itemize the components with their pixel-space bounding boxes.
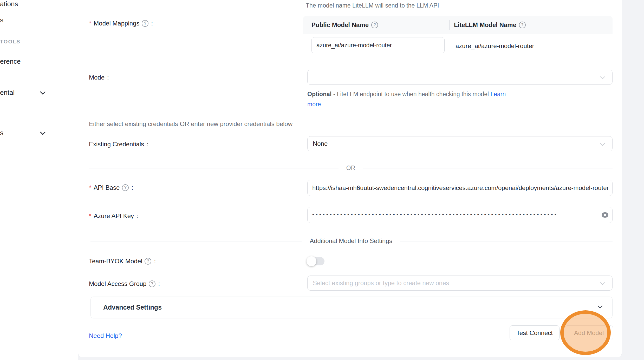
azure-api-key-label: * Azure API Key : <box>89 212 138 220</box>
or-divider-line <box>363 168 613 168</box>
model-mappings-label: * Model Mappings ? : <box>89 19 153 27</box>
sidebar-item-settings[interactable]: s <box>0 129 3 137</box>
model-access-group-placeholder: Select existing groups or type to create… <box>308 276 612 290</box>
team-byok-label: Team-BYOK Model ? : <box>89 257 156 265</box>
sidebar-item-label: s <box>0 16 3 24</box>
credentials-note: Either select existing credentials OR en… <box>89 120 292 128</box>
sidebar-item-models[interactable]: s <box>0 16 3 24</box>
add-model-page: ations s TOOLS erence ental s The model … <box>0 0 644 360</box>
sidebar-section-tools: TOOLS <box>0 39 21 45</box>
info-divider-line <box>400 241 613 241</box>
sidebar: ations s TOOLS erence ental s <box>0 0 78 360</box>
or-divider-label: OR <box>339 165 363 172</box>
sidebar-item-experimental[interactable]: ental <box>0 89 15 97</box>
column-header-public-model-name: Public Model Name ? <box>311 16 378 34</box>
test-connect-button[interactable]: Test Connect <box>510 325 560 340</box>
litellm-model-name-value: azure_ai/azure-model-router <box>456 34 534 58</box>
mode-select[interactable] <box>307 70 613 85</box>
or-divider-line <box>89 168 339 168</box>
model-mappings-table: Public Model Name ? LiteLLM Model Name ?… <box>303 16 613 58</box>
advanced-settings-title: Advanced Settings <box>103 304 162 311</box>
chevron-down-icon[interactable] <box>40 89 45 95</box>
sidebar-item-label: s <box>0 129 3 137</box>
learn-more-link[interactable]: Learn <box>490 91 506 97</box>
info-divider-label: Additional Model Info Settings <box>302 237 400 245</box>
mode-select-value <box>308 70 612 84</box>
column-divider <box>449 20 450 30</box>
mode-label: Mode: <box>89 74 109 81</box>
api-base-input[interactable] <box>308 180 612 196</box>
sidebar-item-inference[interactable]: erence <box>0 57 21 66</box>
api-base-label: * API Base ? : <box>89 184 133 192</box>
help-icon[interactable]: ? <box>145 258 151 265</box>
public-model-name-input[interactable] <box>311 37 445 53</box>
required-marker: * <box>89 20 91 27</box>
help-icon[interactable]: ? <box>122 184 129 191</box>
model-access-group-label: Model Access Group ? : <box>89 280 160 288</box>
help-icon[interactable]: ? <box>371 22 378 28</box>
model-name-hint: The model name LiteLLM will send to the … <box>306 2 439 9</box>
eye-icon[interactable] <box>601 212 609 218</box>
required-marker: * <box>89 184 91 191</box>
existing-credentials-label: Existing Credentials: <box>89 140 148 148</box>
help-icon[interactable]: ? <box>519 22 526 28</box>
advanced-settings-panel[interactable]: Advanced Settings <box>90 297 613 318</box>
team-byok-toggle[interactable] <box>307 257 324 265</box>
chevron-down-icon[interactable] <box>40 129 45 135</box>
info-divider-line <box>90 241 302 241</box>
sidebar-item-label: erence <box>0 57 21 65</box>
sidebar-item-organizations[interactable]: ations <box>0 0 18 8</box>
chevron-down-icon <box>597 303 603 309</box>
learn-more-link[interactable]: more <box>307 101 321 108</box>
table-row: azure_ai/azure-model-router <box>303 34 613 58</box>
sidebar-item-label: ental <box>0 89 15 96</box>
existing-credentials-select[interactable]: None <box>307 136 613 151</box>
mode-hint-line1: Optional - LiteLLM endpoint to use when … <box>307 91 506 98</box>
help-icon[interactable]: ? <box>142 20 148 27</box>
need-help-link[interactable]: Need Help? <box>89 332 122 339</box>
toggle-knob <box>307 256 316 266</box>
sidebar-item-label: ations <box>0 0 18 8</box>
masked-api-key: ••••••••••••••••••••••••••••••••••••••••… <box>312 212 593 218</box>
add-model-button[interactable]: Add Model <box>565 325 613 340</box>
existing-credentials-value: None <box>308 136 612 151</box>
mode-hint-line2: more <box>307 101 321 108</box>
api-base-field <box>307 180 613 196</box>
help-icon[interactable]: ? <box>149 280 155 287</box>
model-access-group-select[interactable]: Select existing groups or type to create… <box>307 276 613 291</box>
column-header-litellm-model-name: LiteLLM Model Name ? <box>454 16 526 34</box>
azure-api-key-field[interactable]: ••••••••••••••••••••••••••••••••••••••••… <box>307 207 613 223</box>
table-header: Public Model Name ? LiteLLM Model Name ? <box>303 16 613 34</box>
required-marker: * <box>89 212 91 220</box>
